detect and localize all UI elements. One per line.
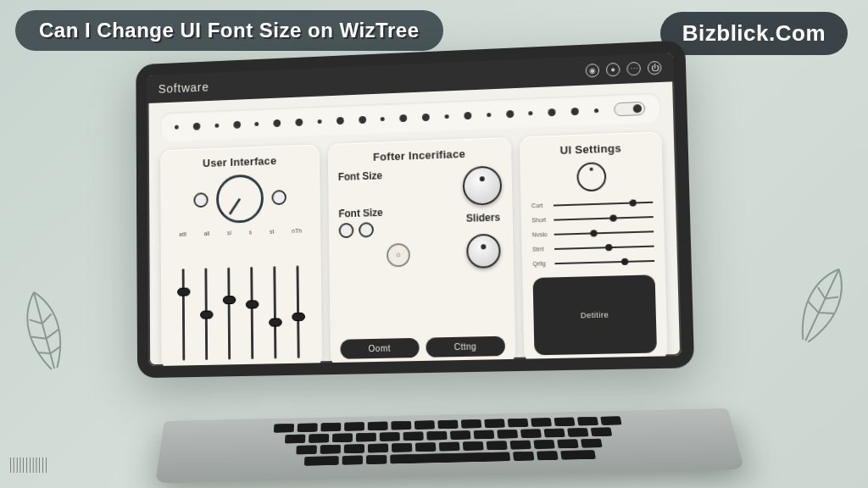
indicator-dot: [400, 114, 408, 121]
indicator-dot: [337, 116, 344, 124]
font-size-knob[interactable]: [359, 222, 374, 237]
vertical-slider[interactable]: [251, 267, 254, 359]
horizontal-slider[interactable]: [554, 230, 654, 235]
setting-slider-row: Strrt: [532, 243, 654, 252]
record-icon[interactable]: ●: [606, 63, 620, 77]
font-size-label: Font Size: [338, 167, 456, 183]
vertical-slider-group: [170, 233, 312, 362]
horizontal-slider[interactable]: [555, 259, 654, 263]
indicator-dot: [233, 120, 241, 128]
font-size-knob[interactable]: [339, 223, 354, 238]
panel-title: Fofter Incerifiace: [337, 146, 501, 164]
indicator-dot: [381, 116, 385, 120]
indicator-dot: [571, 107, 579, 114]
decorative-leaf-icon: [0, 280, 87, 380]
sliders-label: Sliders: [466, 212, 500, 225]
decorative-barcode: ||||||||||||||||||||||||: [8, 458, 47, 473]
setting-slider-row: Qritg: [532, 258, 654, 267]
vertical-slider[interactable]: [228, 268, 231, 360]
setting-slider-row: Short: [531, 214, 654, 223]
speaker-icon[interactable]: ◉: [586, 64, 600, 78]
window-title: Software: [159, 80, 209, 96]
cttng-button[interactable]: Cttng: [426, 336, 505, 358]
mini-dial[interactable]: ⊙: [387, 243, 410, 268]
toggle-switch[interactable]: [614, 102, 645, 117]
vertical-slider[interactable]: [297, 265, 300, 358]
mini-knob[interactable]: [193, 192, 208, 208]
user-interface-panel: User Interface atll all sl s st nTh: [160, 144, 322, 370]
horizontal-slider[interactable]: [554, 216, 654, 221]
indicator-dot: [296, 118, 303, 125]
laptop-screen: Software ◉ ● ⋯ ⏻: [136, 40, 694, 378]
vertical-slider[interactable]: [182, 269, 186, 360]
indicator-dot: [594, 108, 598, 113]
indicator-dot: [506, 109, 514, 117]
page-title-badge: Can I Change UI Font Size on WizTree: [15, 10, 443, 51]
vertical-slider[interactable]: [205, 268, 209, 360]
decorative-leaf-icon: [774, 252, 868, 358]
indicator-dot: [214, 123, 219, 127]
indicator-dot: [359, 115, 366, 123]
indicator-dot: [548, 108, 556, 116]
detitire-button[interactable]: Detitire: [533, 274, 657, 355]
indicator-dot: [274, 119, 281, 126]
slider-dial[interactable]: [466, 234, 501, 269]
font-size-dial[interactable]: [463, 165, 503, 206]
panel-title: UI Settings: [530, 141, 651, 158]
laptop-mockup: Software ◉ ● ⋯ ⏻: [127, 51, 737, 474]
indicator-dot: [422, 113, 430, 120]
horizontal-slider[interactable]: [554, 245, 654, 249]
power-icon[interactable]: ⏻: [648, 61, 662, 75]
font-interface-panel: Fofter Incerifiace Font Size Font Size ⊙: [328, 137, 516, 368]
setting-slider-row: Cort: [531, 199, 653, 209]
indicator-dot: [487, 113, 491, 117]
vertical-slider[interactable]: [274, 266, 277, 358]
brand-badge: Bizblick.Com: [660, 12, 848, 55]
indicator-dot: [175, 125, 179, 129]
laptop-keyboard: [155, 408, 744, 484]
indicator-dot: [445, 114, 449, 119]
horizontal-slider[interactable]: [554, 201, 653, 206]
ring-control[interactable]: [576, 162, 606, 191]
indicator-dot: [529, 111, 533, 115]
mini-knob[interactable]: [271, 190, 287, 205]
main-dial[interactable]: [216, 174, 264, 224]
indicator-dot: [318, 119, 322, 123]
ui-settings-panel: UI Settings Cort Short Nvslo Strrt: [520, 131, 668, 363]
indicator-dot: [464, 111, 471, 119]
settings-icon[interactable]: ⋯: [626, 62, 641, 76]
indicator-dot: [255, 121, 259, 125]
setting-slider-row: Nvslo: [532, 228, 654, 237]
indicator-dot: [193, 122, 201, 130]
panel-title: User Interface: [170, 153, 310, 171]
oomt-button[interactable]: Oomt: [340, 338, 419, 359]
